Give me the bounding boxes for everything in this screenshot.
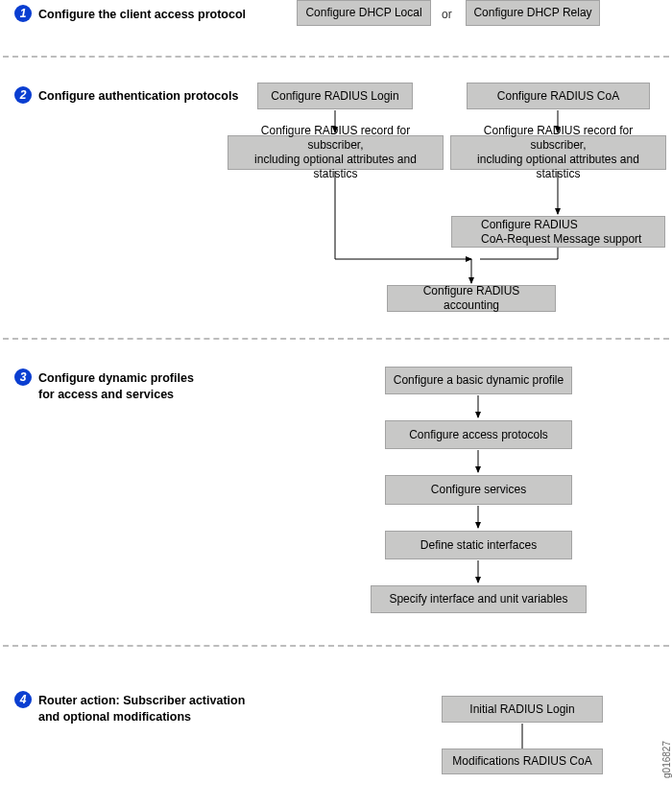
box-initial-login: Initial RADIUS Login [442, 696, 603, 723]
box-dhcp-relay: Configure DHCP Relay [466, 0, 600, 26]
divider-2 [3, 338, 669, 340]
flow-arrows [0, 0, 672, 808]
box-radius-accounting: Configure RADIUS accounting [387, 285, 556, 312]
step4-badge: 4 [14, 691, 32, 708]
step2-badge-wrap: 2 [14, 86, 32, 104]
box-coa-request: Configure RADIUS CoA-Request Message sup… [451, 216, 665, 248]
box-modifications-coa: Modifications RADIUS CoA [442, 749, 603, 774]
step3-title: Configure dynamic profiles for access an… [38, 370, 194, 403]
box-dhcp-local: Configure DHCP Local [297, 0, 431, 26]
box-radius-record-left: Configure RADIUS record for subscriber, … [228, 135, 444, 170]
step1-badge: 1 [14, 5, 32, 22]
step3-title-line2: for access and services [38, 388, 174, 401]
step4-title: Router action: Subscriber activation and… [38, 693, 245, 725]
step4-title-line1: Router action: Subscriber activation [38, 694, 245, 707]
step4-badge-wrap: 4 [14, 691, 32, 708]
box-radius-login: Configure RADIUS Login [257, 83, 413, 109]
box-access-protocols: Configure access protocols [385, 420, 572, 449]
box-interface-vars: Specify interface and unit variables [371, 585, 587, 613]
text-or: or [442, 8, 452, 21]
step3-title-line1: Configure dynamic profiles [38, 371, 194, 385]
box-define-static: Define static interfaces [385, 531, 572, 559]
divider-3 [3, 645, 669, 647]
step1-title: Configure the client access protocol [38, 8, 246, 21]
box-basic-profile: Configure a basic dynamic profile [385, 367, 572, 394]
step4-title-line2: and optional modifications [38, 710, 191, 724]
step1-row: 1 [14, 5, 32, 22]
box-configure-services: Configure services [385, 475, 572, 505]
box-radius-record-right: Configure RADIUS record for subscriber, … [450, 135, 666, 170]
figure-id: g016827 [661, 741, 672, 778]
box-radius-coa: Configure RADIUS CoA [467, 83, 650, 109]
divider-1 [3, 56, 669, 58]
step2-title: Configure authentication protocols [38, 89, 238, 103]
step2-badge: 2 [14, 86, 32, 104]
step3-badge: 3 [14, 368, 32, 386]
step3-badge-wrap: 3 [14, 368, 32, 386]
